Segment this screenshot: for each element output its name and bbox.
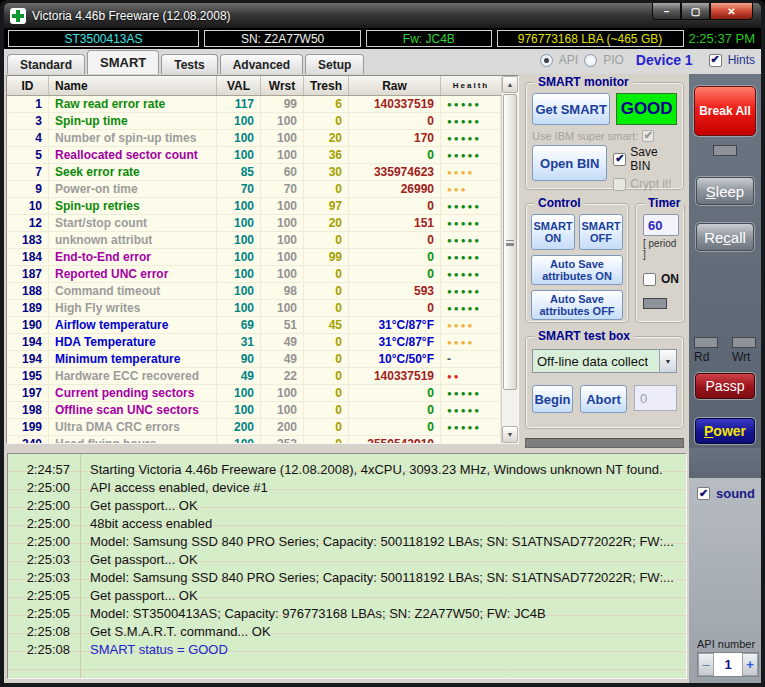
health-indicator: ●●●●● [441, 419, 501, 435]
scrollbar-thumb[interactable] [503, 94, 517, 390]
log-body[interactable]: 2:24:57Starting Victoria 4.46b Freeware … [7, 453, 687, 679]
test-count-field[interactable]: 0 [634, 385, 677, 411]
table-row[interactable]: 199Ultra DMA CRC errors20020000●●●●● [7, 419, 501, 436]
crypt-checkbox[interactable] [613, 178, 626, 191]
table-row[interactable]: 1Raw read error rate117996140337519●●●●● [7, 96, 501, 113]
attr-id: 188 [7, 283, 49, 299]
close-button[interactable]: ✕ [710, 3, 753, 20]
table-row[interactable]: 4Number of spin-up times10010020170●●●●● [7, 130, 501, 147]
table-row[interactable]: 197Current pending sectors10010000●●●●● [7, 385, 501, 402]
abort-button[interactable]: Abort [580, 385, 627, 413]
api-number-value: 1 [714, 653, 742, 676]
attr-tresh: 0 [304, 113, 349, 129]
log-area: 2:24:57Starting Victoria 4.46b Freeware … [4, 448, 689, 683]
combo-arrow-icon[interactable]: ▼ [659, 350, 676, 372]
attr-tresh: 20 [304, 215, 349, 231]
column-header-name[interactable]: Name [49, 76, 217, 95]
table-row[interactable]: 194HDA Temperature3149031°C/87°F●●●● [7, 334, 501, 351]
column-header-wrst[interactable]: Wrst [261, 76, 304, 95]
sound-checkbox[interactable] [697, 487, 710, 500]
smart-off-button[interactable]: SMART OFF [579, 214, 623, 250]
hints-checkbox[interactable] [709, 54, 722, 67]
bottom-side-panel: sound API number – 1 + [689, 448, 761, 683]
maximize-button[interactable]: ▢ [681, 3, 710, 20]
table-row[interactable]: 3Spin-up time10010000●●●●● [7, 113, 501, 130]
begin-button[interactable]: Begin [532, 385, 573, 413]
smart-test-group: SMART test box Off-line data collect ▼ B… [525, 336, 684, 429]
recall-button[interactable]: Recall [696, 223, 754, 251]
table-row[interactable]: 9Power-on time7070026990●●● [7, 181, 501, 198]
column-header-health[interactable]: Health [441, 76, 501, 95]
attr-val: 100 [217, 300, 261, 316]
attr-name: HDA Temperature [49, 334, 217, 350]
app-window: Victoria 4.46b Freeware (12.08.2008) – ▢… [0, 0, 765, 687]
tab-standard[interactable]: Standard [7, 54, 85, 74]
table-row[interactable]: 183unknown attribut10010000●●●●● [7, 232, 501, 249]
table-row[interactable]: 189High Fly writes10010000●●●●● [7, 300, 501, 317]
log-entry: 2:25:05Get passport... OK [8, 586, 686, 604]
smart-on-button[interactable]: SMART ON [531, 214, 575, 250]
title-bar[interactable]: Victoria 4.46b Freeware (12.08.2008) – ▢… [4, 3, 761, 28]
table-row[interactable]: 188Command timeout100980593●●●●● [7, 283, 501, 300]
attr-val: 100 [217, 147, 261, 163]
attr-name: End-to-End error [49, 249, 217, 265]
api-radio[interactable] [540, 54, 553, 67]
passport-button[interactable]: Passp [695, 373, 755, 399]
table-row[interactable]: 5Reallocated sector count100100360●●●●● [7, 147, 501, 164]
attr-id: 12 [7, 215, 49, 231]
scroll-down-icon[interactable]: ▼ [502, 426, 518, 443]
timer-on-checkbox[interactable] [643, 273, 656, 286]
attr-name: Current pending sectors [49, 385, 217, 401]
power-button[interactable]: Power [695, 418, 755, 444]
attr-val: 100 [217, 436, 261, 443]
attr-id: 194 [7, 351, 49, 367]
save-bin-checkbox[interactable] [613, 153, 626, 166]
api-number-increment-button[interactable]: + [742, 653, 758, 676]
table-row[interactable]: 194Minimum temperature9049010°C/50°F- [7, 351, 501, 368]
sleep-button[interactable]: Sleep [696, 177, 754, 205]
api-number-decrement-button[interactable]: – [698, 653, 714, 676]
tab-advanced[interactable]: Advanced [220, 54, 303, 74]
column-header-tresh[interactable]: Tresh [304, 76, 349, 95]
break-all-button[interactable]: Break All [694, 86, 756, 136]
table-row[interactable]: 10Spin-up retries100100970●●●●● [7, 198, 501, 215]
pio-radio[interactable] [584, 54, 597, 67]
table-row[interactable]: 184End-to-End error100100990●●●●● [7, 249, 501, 266]
timer-period-input[interactable]: 60 [643, 214, 679, 236]
table-row[interactable]: 7Seek error rate856030335974623●●●● [7, 164, 501, 181]
smart-monitor-group: SMART monitor Get SMART GOOD Use IBM sup… [525, 82, 684, 190]
attr-name: Spin-up retries [49, 198, 217, 214]
table-row[interactable]: 187Reported UNC error10010000●●●●● [7, 266, 501, 283]
attr-raw: 0 [349, 300, 441, 316]
smart-monitor-title: SMART monitor [534, 75, 633, 89]
table-row[interactable]: 195Hardware ECC recovered49220140337519●… [7, 368, 501, 385]
tab-setup[interactable]: Setup [305, 54, 364, 74]
minimize-button[interactable]: – [652, 3, 681, 20]
column-header-val[interactable]: VAL [217, 76, 261, 95]
get-smart-button[interactable]: Get SMART [532, 93, 610, 125]
window-title: Victoria 4.46b Freeware (12.08.2008) [32, 9, 231, 23]
health-indicator: ●●●●● [441, 96, 501, 112]
tab-tests[interactable]: Tests [161, 54, 217, 74]
table-row[interactable]: 12Start/stop count10010020151●●●●● [7, 215, 501, 232]
table-row[interactable]: 190Airflow temperature69514531°C/87°F●●●… [7, 317, 501, 334]
column-header-id[interactable]: ID [7, 76, 49, 95]
attr-tresh: 0 [304, 385, 349, 401]
scroll-up-icon[interactable]: ▲ [502, 76, 518, 93]
auto-save-on-button[interactable]: Auto Save attributes ON [531, 255, 623, 285]
ibm-super-smart-checkbox[interactable] [642, 130, 654, 142]
attr-name: Power-on time [49, 181, 217, 197]
table-scrollbar[interactable]: ▲ ▼ [501, 76, 518, 443]
log-message: SMART status = GOOD [90, 642, 228, 657]
column-header-raw[interactable]: Raw [349, 76, 441, 95]
health-indicator: ●● [441, 368, 501, 384]
attr-name: Minimum temperature [49, 351, 217, 367]
tab-smart[interactable]: SMART [87, 50, 159, 74]
auto-save-off-button[interactable]: Auto Save attributes OFF [531, 290, 623, 320]
test-select[interactable]: Off-line data collect ▼ [532, 349, 677, 373]
table-row[interactable]: 240Head flying hours10025303550542910 [7, 436, 501, 443]
save-bin-label: Save BIN [630, 145, 677, 173]
table-row[interactable]: 198Offline scan UNC sectors10010000●●●●● [7, 402, 501, 419]
open-bin-button[interactable]: Open BIN [532, 145, 607, 181]
attr-val: 31 [217, 334, 261, 350]
